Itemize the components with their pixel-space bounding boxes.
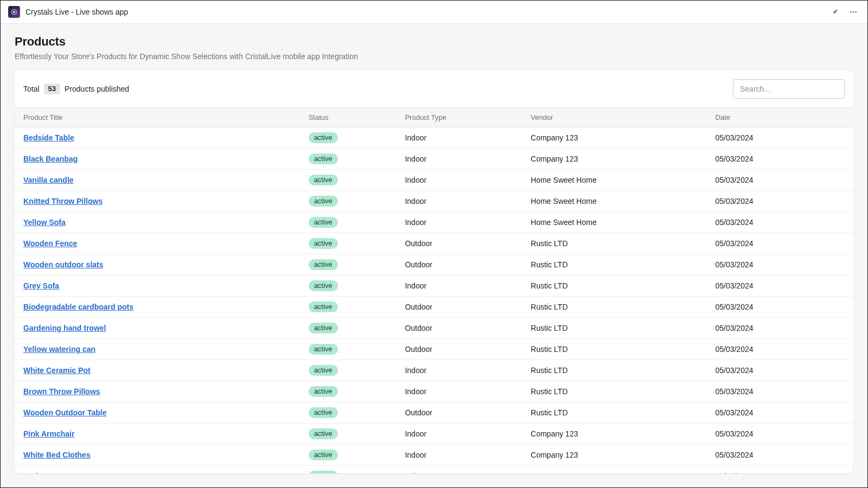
table-row[interactable]: White Ceramic PotactiveIndoorRustic LTD0… xyxy=(15,359,853,381)
cell-vendor: Home Sweet Home xyxy=(522,190,706,211)
cell-date: 05/03/2024 xyxy=(706,254,853,275)
cell-vendor: Rustic LTD xyxy=(522,359,706,381)
cell-product-type: Indoor xyxy=(396,423,522,444)
cell-date: 05/03/2024 xyxy=(706,148,853,169)
cell-date: 05/03/2024 xyxy=(706,190,853,211)
status-badge: active xyxy=(309,175,338,185)
cell-date: 05/03/2024 xyxy=(706,233,853,254)
app-icon xyxy=(8,6,20,18)
status-badge: active xyxy=(309,153,338,164)
cell-date: 05/03/2024 xyxy=(706,359,853,381)
product-link[interactable]: Grey Sofa xyxy=(23,281,59,290)
app-title: Crystals Live - Live shows app xyxy=(25,8,128,16)
table-row[interactable]: Wooden outdoor slatsactiveOutdoorRustic … xyxy=(15,254,853,275)
product-link[interactable]: Brown Throw Pillows xyxy=(23,387,100,396)
cell-vendor: Company 123 xyxy=(522,127,706,148)
status-badge: active xyxy=(309,386,338,397)
svg-point-3 xyxy=(853,11,854,12)
cell-date: 05/03/2024 xyxy=(706,402,853,423)
col-header-title[interactable]: Product Title xyxy=(15,107,300,127)
col-header-vendor[interactable]: Vendor xyxy=(522,107,706,127)
pin-icon[interactable] xyxy=(828,5,841,18)
page-subtitle: Effortlessly Your Store's Products for D… xyxy=(15,52,853,61)
products-table: Product Title Status Product Type Vendor… xyxy=(15,107,853,473)
product-link[interactable]: White Bed Clothes xyxy=(23,451,91,459)
svg-point-4 xyxy=(855,11,857,12)
table-row[interactable]: Bedside TableactiveIndoorCompany 12305/0… xyxy=(15,127,853,148)
cell-date: 05/03/2024 xyxy=(706,275,853,296)
cell-product-type: Indoor xyxy=(396,465,522,473)
page-header: Products Effortlessly Your Store's Produ… xyxy=(1,24,867,70)
status-badge: active xyxy=(309,217,338,228)
product-link[interactable]: Antique Drawers xyxy=(23,472,84,473)
table-row[interactable]: Antique DrawersactiveIndoorCompany 12305… xyxy=(15,465,853,473)
product-link[interactable]: Bedside Table xyxy=(23,133,74,142)
cell-date: 05/03/2024 xyxy=(706,317,853,338)
status-badge: active xyxy=(309,428,338,439)
product-link[interactable]: Pink Armchair xyxy=(23,429,74,438)
more-icon[interactable] xyxy=(847,5,860,18)
search-input[interactable] xyxy=(733,79,845,99)
cell-vendor: Rustic LTD xyxy=(522,381,706,402)
cell-product-type: Outdoor xyxy=(396,317,522,338)
topbar: Crystals Live - Live shows app xyxy=(1,1,867,24)
col-header-type[interactable]: Product Type xyxy=(396,107,522,127)
cell-product-type: Indoor xyxy=(396,127,522,148)
product-link[interactable]: Knitted Throw Pillows xyxy=(23,197,103,206)
cell-vendor: Company 123 xyxy=(522,444,706,465)
table-row[interactable]: Biodegradable cardboard potsactiveOutdoo… xyxy=(15,296,853,317)
table-row[interactable]: Brown Throw PillowsactiveIndoorRustic LT… xyxy=(15,381,853,402)
cell-product-type: Outdoor xyxy=(396,338,522,359)
product-link[interactable]: Vanilla candle xyxy=(23,176,74,184)
cell-vendor: Rustic LTD xyxy=(522,254,706,275)
product-link[interactable]: Yellow Sofa xyxy=(23,218,66,227)
product-link[interactable]: Wooden outdoor slats xyxy=(23,260,104,269)
table-scroll[interactable]: Product Title Status Product Type Vendor… xyxy=(15,107,853,473)
table-row[interactable]: White Bed ClothesactiveIndoorCompany 123… xyxy=(15,444,853,465)
cell-date: 05/03/2024 xyxy=(706,423,853,444)
table-row[interactable]: Wooden FenceactiveOutdoorRustic LTD05/03… xyxy=(15,233,853,254)
cell-product-type: Outdoor xyxy=(396,296,522,317)
status-badge: active xyxy=(309,365,338,376)
cell-date: 05/03/2024 xyxy=(706,296,853,317)
cell-vendor: Home Sweet Home xyxy=(522,211,706,233)
table-header-row: Product Title Status Product Type Vendor… xyxy=(15,107,853,127)
table-row[interactable]: Knitted Throw PillowsactiveIndoorHome Sw… xyxy=(15,190,853,211)
status-badge: active xyxy=(309,407,338,418)
cell-date: 05/03/2024 xyxy=(706,211,853,233)
table-row[interactable]: Pink ArmchairactiveIndoorCompany 12305/0… xyxy=(15,423,853,444)
svg-point-2 xyxy=(850,11,852,12)
products-card: Total 53 Products published Product Titl… xyxy=(15,70,853,473)
cell-product-type: Indoor xyxy=(396,148,522,169)
cell-vendor: Rustic LTD xyxy=(522,317,706,338)
table-row[interactable]: Yellow watering canactiveOutdoorRustic L… xyxy=(15,338,853,359)
status-badge: active xyxy=(309,259,338,270)
total-count-badge: 53 xyxy=(44,84,60,94)
table-row[interactable]: Yellow SofaactiveIndoorHome Sweet Home05… xyxy=(15,211,853,233)
product-link[interactable]: Yellow watering can xyxy=(23,345,95,354)
cell-product-type: Indoor xyxy=(396,359,522,381)
col-header-status[interactable]: Status xyxy=(300,107,397,127)
status-badge: active xyxy=(309,344,338,355)
table-row[interactable]: Gardening hand trowelactiveOutdoorRustic… xyxy=(15,317,853,338)
product-link[interactable]: Wooden Outdoor Table xyxy=(23,408,106,417)
cell-vendor: Rustic LTD xyxy=(522,402,706,423)
product-link[interactable]: White Ceramic Pot xyxy=(23,366,91,375)
svg-point-1 xyxy=(13,11,15,13)
col-header-date[interactable]: Date xyxy=(706,107,853,127)
table-row[interactable]: Black BeanbagactiveIndoorCompany 12305/0… xyxy=(15,148,853,169)
product-link[interactable]: Gardening hand trowel xyxy=(23,324,106,332)
status-badge: active xyxy=(309,238,338,249)
table-row[interactable]: Vanilla candleactiveIndoorHome Sweet Hom… xyxy=(15,169,853,190)
status-badge: active xyxy=(309,132,338,143)
table-row[interactable]: Grey SofaactiveIndoorRustic LTD05/03/202… xyxy=(15,275,853,296)
total-label: Total xyxy=(23,85,40,93)
product-link[interactable]: Black Beanbag xyxy=(23,155,78,163)
product-link[interactable]: Biodegradable cardboard pots xyxy=(23,303,133,311)
cell-vendor: Rustic LTD xyxy=(522,338,706,359)
product-link[interactable]: Wooden Fence xyxy=(23,239,77,248)
table-row[interactable]: Wooden Outdoor TableactiveOutdoorRustic … xyxy=(15,402,853,423)
cell-date: 05/03/2024 xyxy=(706,338,853,359)
cell-product-type: Indoor xyxy=(396,444,522,465)
cell-vendor: Company 123 xyxy=(522,465,706,473)
